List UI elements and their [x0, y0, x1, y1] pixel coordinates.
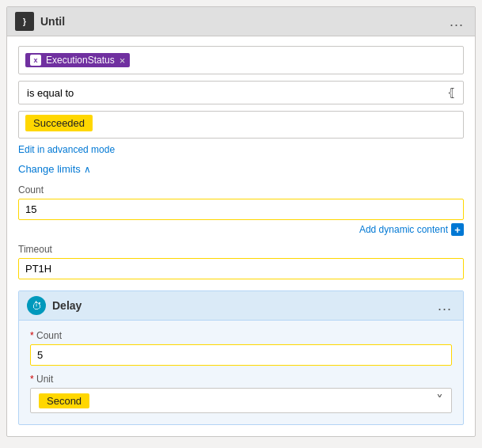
- until-body: x ExecutionStatus × is equal to ⦃ Succee…: [7, 36, 475, 436]
- delay-count-input[interactable]: [30, 344, 452, 366]
- delay-icon-symbol: ⏱: [32, 300, 42, 312]
- delay-unit-dropdown[interactable]: Second ˅: [30, 388, 452, 413]
- until-header: } Until ...: [7, 7, 475, 36]
- chevron-up-icon: ∧: [84, 164, 91, 175]
- delay-body: Count Unit Second ˅: [19, 321, 463, 424]
- until-icon-label: }: [23, 17, 26, 26]
- add-dynamic-content-icon[interactable]: +: [451, 223, 464, 236]
- timeout-label: Timeout: [18, 244, 464, 255]
- operator-dropdown[interactable]: is equal to ⦃: [18, 81, 464, 104]
- delay-unit-label: Unit: [30, 374, 452, 385]
- delay-unit-wrapper: Unit Second ˅: [30, 374, 452, 413]
- add-dynamic-content-link[interactable]: Add dynamic content: [359, 224, 448, 235]
- until-icon: }: [15, 12, 34, 31]
- outer-container: } Until ... x ExecutionStatus × is equal…: [6, 6, 476, 437]
- count-input[interactable]: [18, 199, 464, 220]
- delay-unit-chevron-icon: ˅: [436, 392, 443, 409]
- chip-icon: x: [30, 55, 41, 66]
- chip-label: ExecutionStatus: [46, 55, 115, 66]
- change-limits-label: Change limits: [18, 163, 81, 175]
- delay-count-wrapper: Count: [30, 330, 452, 374]
- change-limits-button[interactable]: Change limits ∧: [18, 163, 91, 175]
- count-label: Count: [18, 184, 464, 196]
- delay-count-label: Count: [30, 330, 452, 341]
- operator-label: is equal to: [27, 87, 74, 99]
- timeout-input[interactable]: [18, 258, 464, 279]
- chip-close-button[interactable]: ×: [120, 55, 126, 66]
- delay-unit-badge: Second: [39, 393, 89, 408]
- delay-header-left: ⏱ Delay: [27, 296, 82, 315]
- until-title: Until: [40, 15, 65, 28]
- until-card: } Until ... x ExecutionStatus × is equal…: [6, 6, 476, 437]
- edit-advanced-mode-link[interactable]: Edit in advanced mode: [18, 144, 115, 155]
- execution-status-chip: x ExecutionStatus ×: [25, 53, 130, 67]
- delay-ellipsis-button[interactable]: ...: [435, 298, 455, 314]
- count-field-wrapper: Count: [18, 184, 464, 220]
- delay-title: Delay: [52, 299, 82, 312]
- add-dynamic-row: Add dynamic content +: [18, 223, 464, 236]
- delay-header: ⏱ Delay ...: [19, 291, 463, 321]
- delay-card: ⏱ Delay ... Count Unit: [18, 290, 464, 425]
- timeout-section: Timeout: [18, 244, 464, 279]
- succeeded-badge: Succeeded: [25, 115, 93, 131]
- delay-icon: ⏱: [27, 296, 46, 315]
- execution-status-tag-row: x ExecutionStatus ×: [18, 46, 464, 74]
- chevron-down-icon: ⦃: [447, 86, 455, 99]
- until-header-left: } Until: [15, 12, 65, 31]
- value-row: Succeeded: [18, 111, 464, 139]
- until-ellipsis-button[interactable]: ...: [446, 13, 467, 30]
